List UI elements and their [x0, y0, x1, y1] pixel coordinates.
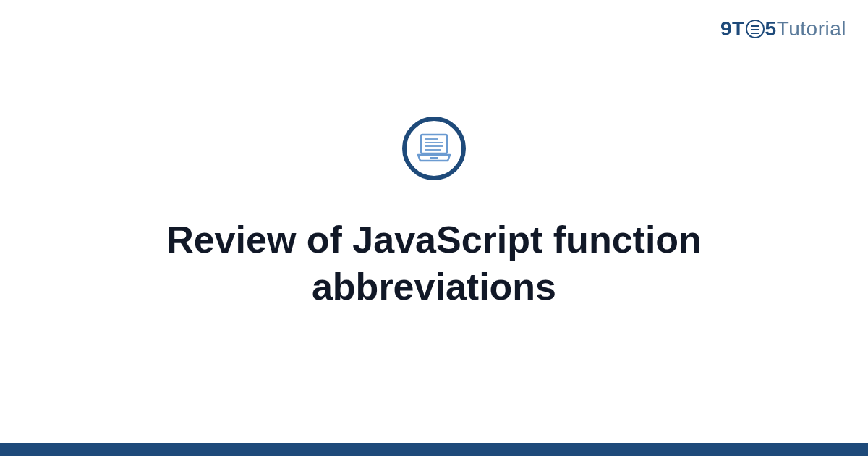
brand-tutorial: Tutorial	[777, 17, 846, 40]
brand-nine: 9	[720, 17, 732, 40]
svg-rect-0	[421, 135, 447, 153]
brand-o-icon	[746, 20, 765, 38]
page-title: Review of JavaScript function abbreviati…	[72, 216, 796, 311]
laptop-icon	[402, 117, 466, 180]
brand-t: T	[732, 17, 745, 40]
brand-logo: 9T5Tutorial	[720, 17, 846, 41]
main-content: Review of JavaScript function abbreviati…	[0, 0, 868, 456]
bottom-accent-bar	[0, 443, 868, 456]
brand-five: 5	[765, 17, 777, 40]
laptop-svg-icon	[416, 133, 452, 164]
